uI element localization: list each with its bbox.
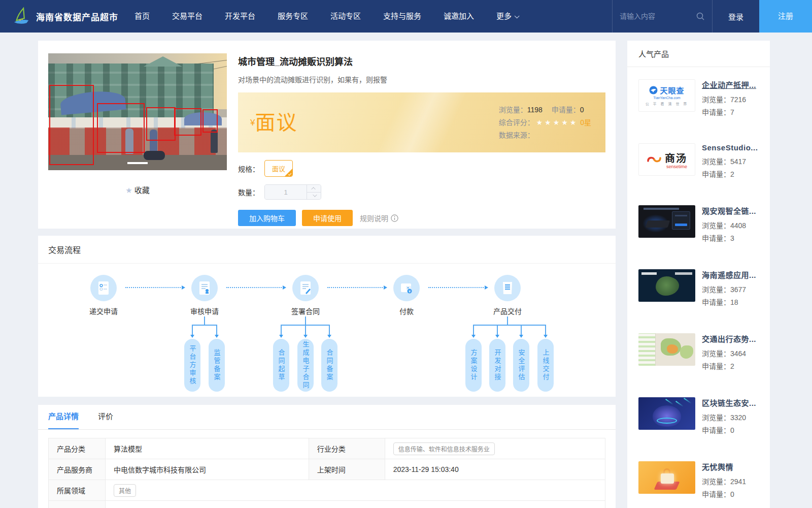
nav-item-support[interactable]: 支持与服务: [372, 0, 432, 33]
table-row: 产品服务商 中电信数字城市科技有限公司 上架时间 2023-11-29 15:0…: [49, 459, 605, 480]
product-thumbnail: [638, 461, 695, 494]
details-card: 产品详情 评价 产品分类 算法模型 行业分类 信息传输、软件和信息技术服务业 产…: [38, 405, 616, 508]
carousel-indicator[interactable]: [127, 162, 148, 164]
flow-diagram: 递交申请 审核申请 签署合同 ¥: [38, 264, 616, 397]
flow-step-review: 审核申请: [174, 275, 235, 316]
popular-item-title[interactable]: SenseStudio...: [702, 143, 758, 152]
wallet-icon: ¥: [393, 275, 420, 301]
rules-link[interactable]: 规则说明: [360, 213, 398, 223]
product-image[interactable]: [48, 53, 227, 170]
flow-substep: 开发对接: [489, 339, 505, 392]
nav-item-develop[interactable]: 开发平台: [214, 0, 266, 33]
flow-card: 交易流程 递交申请 审核申请: [38, 236, 616, 397]
views-count: 3464: [730, 350, 746, 358]
details-tabbar: 产品详情 评价: [38, 405, 616, 430]
tab-product-detail[interactable]: 产品详情: [48, 405, 79, 429]
document-pen-icon: [292, 275, 319, 301]
views-count: 3320: [730, 414, 746, 422]
industry-tag: 信息传输、软件和信息技术服务业: [393, 442, 495, 455]
nav-item-join[interactable]: 诚邀加入: [432, 0, 485, 33]
chevron-down-icon: [313, 193, 317, 197]
nav-item-trade[interactable]: 交易平台: [161, 0, 214, 33]
popular-products-panel: 人气产品 天眼查 TianYanCha.com 公 平 看 清 世 界 企业动产…: [627, 41, 770, 508]
provider-value: 中电信数字城市科技有限公司: [106, 459, 309, 480]
currency-symbol: ¥: [250, 118, 255, 128]
table-row: 产品分类 算法模型 行业分类 信息传输、软件和信息技术服务业: [49, 438, 605, 459]
flow-step-contract: 签署合同: [275, 275, 336, 316]
product-card: ★收藏 城市管理_流动摊贩识别算法 对场景中的流动摊贩进行识别，如果有，则报警 …: [38, 41, 616, 229]
product-description: 对场景中的流动摊贩进行识别，如果有，则报警: [238, 74, 605, 84]
flow-title: 交易流程: [38, 236, 616, 264]
industry-value: 信息传输、软件和信息技术服务业: [385, 438, 605, 459]
document-stamp-icon: [191, 275, 218, 301]
document-icon: [90, 275, 117, 301]
table-row: 所属领域 其他: [49, 480, 605, 501]
favorite-button[interactable]: ★收藏: [48, 184, 227, 195]
flow-substep: 方案设计: [465, 339, 482, 392]
apply-button[interactable]: 申请使用: [302, 210, 353, 226]
nav-item-service[interactable]: 服务专区: [266, 0, 319, 33]
popular-item-title[interactable]: 企业动产抵押...: [702, 79, 756, 90]
flow-substep: 平台方审核: [184, 339, 200, 392]
applies-count: 0: [580, 106, 584, 114]
table-row-partial: [49, 501, 605, 508]
views-count: 1198: [527, 106, 543, 114]
applies-count: 3: [730, 234, 734, 242]
popular-item[interactable]: 无忧舆情 浏览量：2941 申请量：0: [627, 449, 770, 508]
search-input[interactable]: [620, 12, 696, 20]
product-thumbnail: [638, 333, 695, 366]
views-count: 3677: [730, 285, 746, 294]
product-thumbnail: [638, 397, 695, 430]
rating-text: 0星: [580, 118, 591, 126]
flow-arrow: [327, 287, 386, 288]
quantity-input[interactable]: [265, 185, 307, 199]
star-icon: ★: [125, 186, 132, 195]
popular-item-title[interactable]: 观安观智全链...: [702, 205, 756, 216]
flow-step-delivery: 产品交付: [477, 275, 538, 316]
popular-item[interactable]: 观安观智全链... 浏览量：4408 申请量：3: [627, 193, 770, 257]
detection-box: [97, 103, 145, 153]
flow-arrow: [428, 287, 487, 288]
applies-count: 18: [730, 298, 738, 306]
popular-item-title[interactable]: 交通出行态势...: [702, 333, 756, 344]
register-button[interactable]: 注册: [759, 0, 812, 33]
applies-count: 7: [730, 108, 734, 116]
popular-item-title[interactable]: 海南遥感应用...: [702, 269, 756, 280]
flow-substep: 生成电子合同: [297, 339, 314, 392]
nav-item-more[interactable]: 更多: [485, 0, 529, 33]
tab-review[interactable]: 评价: [98, 405, 113, 429]
flow-substep: 安全评估: [513, 339, 529, 392]
brand-name: 海南省数据产品超市: [36, 10, 118, 23]
spec-chip[interactable]: 面议: [264, 160, 293, 177]
brand[interactable]: 海南省数据产品超市: [11, 6, 118, 26]
views-count: 7216: [730, 96, 746, 104]
popular-item[interactable]: 海南遥感应用... 浏览量：3677 申请量：18: [627, 257, 770, 321]
domain-tag: 其他: [114, 484, 136, 497]
detection-box: [174, 108, 201, 136]
popular-item[interactable]: 区块链生态安... 浏览量：3320 申请量：0: [627, 385, 770, 449]
svg-text:¥: ¥: [409, 290, 411, 293]
product-thumbnail: [638, 205, 695, 238]
popular-item[interactable]: 商汤 sensetime SenseStudio... 浏览量：5417 申请量…: [627, 131, 770, 193]
product-title: 城市管理_流动摊贩识别算法: [238, 54, 605, 68]
quantity-increase-button[interactable]: [307, 185, 321, 192]
nav-item-home[interactable]: 首页: [123, 0, 161, 33]
nav-item-activity[interactable]: 活动专区: [319, 0, 372, 33]
nav-search: [612, 0, 713, 33]
popular-item-title[interactable]: 无忧舆情: [702, 461, 746, 472]
applies-count: 2: [730, 170, 734, 178]
category-value: 算法模型: [106, 438, 309, 459]
flow-arrow: [226, 287, 285, 288]
login-button[interactable]: 登录: [713, 11, 759, 22]
add-to-cart-button[interactable]: 加入购物车: [238, 210, 296, 226]
popular-item[interactable]: 天眼查 TianYanCha.com 公 平 看 清 世 界 企业动产抵押...…: [627, 67, 770, 131]
popular-item[interactable]: 交通出行态势... 浏览量：3464 申请量：2: [627, 321, 770, 385]
quantity-decrease-button[interactable]: [307, 192, 321, 200]
search-icon[interactable]: [696, 12, 705, 21]
flow-substep: 上线交付: [537, 339, 554, 392]
popular-item-title[interactable]: 区块链生态安...: [702, 397, 756, 408]
flow-substep: 合同起草: [273, 339, 289, 392]
flow-step-payment: ¥ 付款: [376, 275, 437, 316]
spec-label: 规格：: [238, 164, 259, 174]
flow-arrow: [125, 287, 184, 288]
